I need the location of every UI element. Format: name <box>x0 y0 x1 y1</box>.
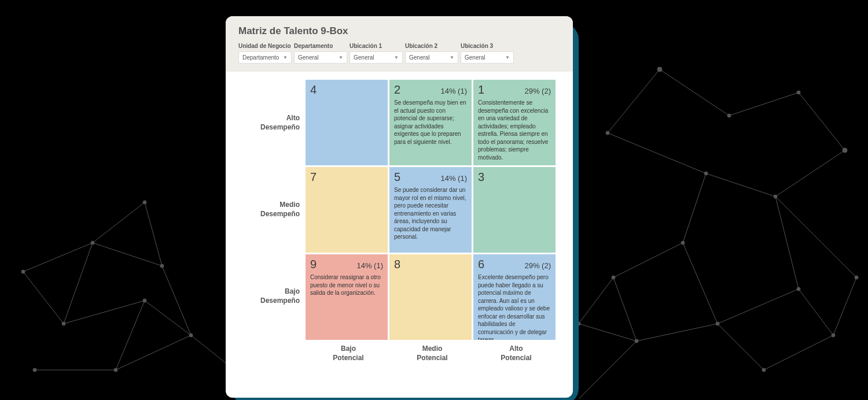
matrix-cell-9[interactable]: 914% (1)Considerar reasignar a otro pues… <box>306 254 388 340</box>
cell-description: Se desempeña muy bien en el actual puest… <box>394 99 467 146</box>
svg-line-41 <box>579 324 637 341</box>
filter-select[interactable]: General▼ <box>405 51 458 64</box>
filter-label: Unidad de Negocio <box>238 43 292 49</box>
matrix-cell-6[interactable]: 629% (2)Excelente desempeño pero puede h… <box>473 254 556 340</box>
matrix-cell-4[interactable]: 4 <box>306 80 388 165</box>
filter-2: Ubicación 1General▼ <box>350 43 403 64</box>
svg-point-54 <box>704 172 708 175</box>
filter-value: Departamento <box>242 54 279 61</box>
cell-description: Consistentemente se desempeña con excele… <box>478 99 551 161</box>
svg-point-56 <box>612 276 615 279</box>
cell-number: 9 <box>310 258 317 271</box>
matrix: AltoDesempeñoMedioDesempeñoBajoDesempeño… <box>226 72 573 340</box>
svg-line-43 <box>718 289 799 324</box>
page-title: Matriz de Talento 9-Box <box>238 25 560 37</box>
svg-point-23 <box>33 368 36 372</box>
svg-point-60 <box>832 334 835 337</box>
svg-line-42 <box>799 289 833 335</box>
filter-select[interactable]: General▼ <box>350 51 403 64</box>
svg-line-47 <box>579 341 637 399</box>
svg-point-48 <box>606 131 609 135</box>
svg-line-40 <box>579 277 613 324</box>
svg-point-18 <box>114 368 117 372</box>
svg-line-5 <box>162 266 191 335</box>
filter-4: Ubicación 3General▼ <box>461 43 514 64</box>
cell-stat: 14% (1) <box>356 261 383 270</box>
chevron-down-icon: ▼ <box>283 55 288 60</box>
col-label: AltoPotencial <box>475 345 557 362</box>
col-label: MedioPotencial <box>391 345 473 362</box>
filter-value: General <box>354 54 374 61</box>
svg-line-1 <box>64 243 93 324</box>
svg-line-29 <box>706 173 775 197</box>
svg-line-27 <box>799 92 845 150</box>
col-labels: BajoPotencialMedioPotencialAltoPotencial <box>226 340 573 362</box>
svg-point-49 <box>657 67 662 72</box>
cell-description: Excelente desempeño pero puede haber lle… <box>478 273 551 340</box>
svg-line-31 <box>683 173 706 243</box>
cell-stat: 14% (1) <box>440 174 467 183</box>
svg-line-35 <box>718 324 764 370</box>
svg-line-11 <box>93 202 145 243</box>
cell-stat: 29% (2) <box>524 87 551 95</box>
svg-line-6 <box>93 243 162 266</box>
svg-line-34 <box>637 324 718 341</box>
matrix-cell-8[interactable]: 8 <box>389 254 472 340</box>
cell-number: 4 <box>310 83 317 97</box>
filter-3: Ubicación 2General▼ <box>405 43 458 64</box>
chevron-down-icon: ▼ <box>450 55 454 60</box>
svg-line-28 <box>775 150 845 197</box>
svg-point-62 <box>797 287 800 291</box>
filter-label: Ubicación 1 <box>350 43 403 49</box>
cell-number: 7 <box>310 171 317 184</box>
svg-line-26 <box>729 92 799 116</box>
matrix-cell-1[interactable]: 129% (2)Consistentemente se desempeña co… <box>473 80 556 165</box>
filter-select[interactable]: Departamento▼ <box>238 51 292 64</box>
svg-line-24 <box>608 69 660 133</box>
cell-stat: 29% (2) <box>524 261 551 270</box>
matrix-cell-7[interactable]: 7 <box>306 167 388 253</box>
svg-line-4 <box>116 335 191 370</box>
svg-line-36 <box>764 335 833 370</box>
svg-point-51 <box>797 91 800 94</box>
svg-point-52 <box>843 148 847 153</box>
filter-select[interactable]: General▼ <box>461 51 514 64</box>
svg-point-15 <box>91 241 94 245</box>
matrix-cell-3[interactable]: 3 <box>473 167 556 253</box>
svg-point-17 <box>143 299 146 302</box>
chevron-down-icon: ▼ <box>339 55 343 60</box>
filter-0: Unidad de NegocioDepartamento▼ <box>238 43 292 64</box>
talent-matrix-card: Matriz de Talento 9-Box Unidad de Negoci… <box>226 16 573 398</box>
svg-line-3 <box>116 301 145 370</box>
svg-line-39 <box>683 243 718 324</box>
svg-point-50 <box>727 114 731 117</box>
svg-point-19 <box>189 334 193 337</box>
nine-box-grid: 4214% (1)Se desempeña muy bien en el act… <box>306 80 556 340</box>
filter-label: Ubicación 2 <box>405 43 458 49</box>
svg-point-57 <box>635 339 638 343</box>
cell-stat: 14% (1) <box>440 87 467 95</box>
matrix-cell-2[interactable]: 214% (1)Se desempeña muy bien en el actu… <box>389 80 472 165</box>
filter-select[interactable]: General▼ <box>294 51 347 64</box>
matrix-cell-5[interactable]: 514% (1)Se puede considerar dar un mayor… <box>389 167 472 253</box>
filter-value: General <box>465 54 486 61</box>
chevron-down-icon: ▼ <box>505 55 510 60</box>
svg-line-30 <box>608 133 706 173</box>
row-labels: AltoDesempeñoMedioDesempeñoBajoDesempeño <box>226 80 306 340</box>
svg-point-14 <box>21 270 25 273</box>
filters-row: Unidad de NegocioDepartamento▼Departamen… <box>238 43 560 64</box>
svg-line-2 <box>64 301 145 324</box>
svg-line-10 <box>23 272 64 324</box>
svg-line-37 <box>833 277 856 335</box>
cell-number: 3 <box>478 171 484 184</box>
svg-line-38 <box>775 197 856 277</box>
row-label: MedioDesempeño <box>226 166 306 253</box>
svg-line-33 <box>613 277 637 341</box>
svg-point-53 <box>774 195 777 198</box>
filter-value: General <box>298 54 319 61</box>
cell-description: Considerar reasignar a otro puesto de me… <box>310 273 383 297</box>
svg-point-16 <box>62 322 65 325</box>
cell-number: 1 <box>478 83 484 97</box>
cell-number: 8 <box>394 258 400 271</box>
chevron-down-icon: ▼ <box>394 55 399 60</box>
